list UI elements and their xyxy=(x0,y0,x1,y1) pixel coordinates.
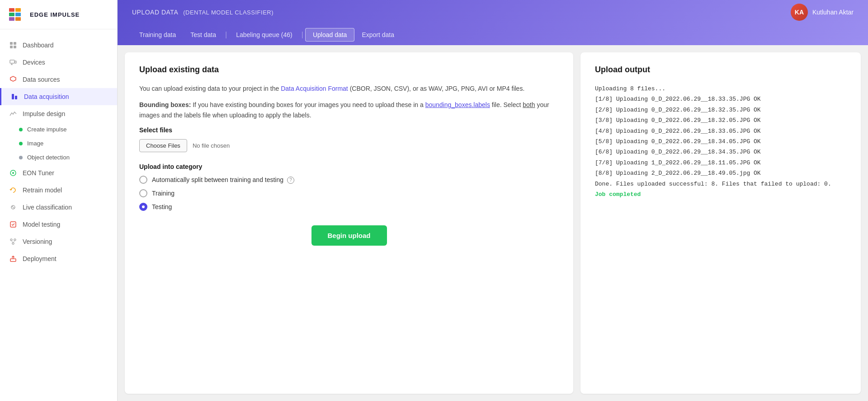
sidebar-item-data-acquisition[interactable]: Data acquisition xyxy=(0,88,117,105)
radio-circle-training xyxy=(139,189,147,197)
radio-label-training: Training xyxy=(152,190,175,197)
sidebar-item-create-impulse[interactable]: Create impulse xyxy=(0,122,117,136)
svg-rect-6 xyxy=(10,42,13,45)
svg-rect-10 xyxy=(10,60,14,63)
sidebar-item-label: Retrain model xyxy=(23,187,62,194)
output-log: Uploading 8 files...[1/8] Uploading 0_D_… xyxy=(595,84,846,200)
file-select-row: Choose Files No file chosen xyxy=(139,139,559,152)
sidebar-item-model-testing[interactable]: Model testing xyxy=(0,216,117,233)
sidebar-sub-label: Object detection xyxy=(27,154,70,161)
sidebar-item-eon-tuner[interactable]: EON Tuner xyxy=(0,164,117,182)
select-files-label: Select files xyxy=(139,126,559,134)
eon-tuner-icon xyxy=(9,169,17,177)
sidebar-item-live-classification[interactable]: Live classification xyxy=(0,199,117,216)
sidebar-item-label: Dashboard xyxy=(23,42,54,49)
svg-rect-15 xyxy=(15,96,17,99)
radio-auto-split[interactable]: Automatically split between training and… xyxy=(139,176,559,184)
radio-training[interactable]: Training xyxy=(139,189,559,197)
sidebar-item-label: Live classification xyxy=(23,204,72,211)
data-acquisition-icon xyxy=(10,93,19,101)
sidebar-item-label: Deployment xyxy=(23,255,57,262)
both-text: both xyxy=(523,101,535,108)
retrain-icon xyxy=(9,186,17,194)
sidebar-item-object-detection[interactable]: Object detection xyxy=(0,150,117,164)
live-class-icon xyxy=(9,203,17,211)
sidebar-item-versioning[interactable]: Versioning xyxy=(0,233,117,250)
upload-category-label: Upload into category xyxy=(139,163,559,170)
header-tabs: Training data Test data | Labeling queue… xyxy=(132,28,854,42)
output-panel: Upload output Uploading 8 files...[1/8] … xyxy=(580,52,861,394)
model-test-icon xyxy=(9,220,17,228)
svg-point-21 xyxy=(14,239,16,241)
sidebar-item-label: Model testing xyxy=(23,221,60,228)
page-title: UPLOAD DATA (DENTAL MODEL CLASSIFIER) xyxy=(132,8,274,16)
upload-category-section: Upload into category Automatically split… xyxy=(139,163,559,211)
svg-rect-4 xyxy=(9,17,14,21)
sidebar-item-label: Devices xyxy=(23,59,45,66)
svg-rect-11 xyxy=(15,61,16,63)
radio-testing[interactable]: Testing xyxy=(139,203,559,211)
sidebar-item-label: EON Tuner xyxy=(23,169,54,177)
begin-upload-button[interactable]: Begin upload xyxy=(311,225,387,246)
svg-rect-25 xyxy=(10,259,16,261)
upload-panel-title: Upload existing data xyxy=(139,65,559,75)
tab-export-data[interactable]: Export data xyxy=(354,28,401,41)
upload-panel: Upload existing data You can upload exis… xyxy=(125,52,573,394)
tab-test-data[interactable]: Test data xyxy=(183,28,223,41)
sidebar-item-label: Impulse design xyxy=(23,110,65,117)
sidebar-item-label: Data sources xyxy=(23,76,60,83)
svg-rect-8 xyxy=(10,46,13,48)
dashboard-icon xyxy=(9,41,17,49)
sidebar-sub-label: Create impulse xyxy=(27,126,66,133)
svg-rect-2 xyxy=(9,13,14,16)
bounding-boxes-label: Bounding boxes: xyxy=(139,101,191,108)
tab-separator-2: | xyxy=(302,31,303,39)
bounding-boxes-link[interactable]: bounding_boxes.labels xyxy=(425,101,490,108)
tab-training-data[interactable]: Training data xyxy=(132,28,183,41)
radio-circle-auto xyxy=(139,176,147,184)
svg-rect-1 xyxy=(15,8,21,12)
versioning-icon xyxy=(9,238,17,246)
radio-circle-testing xyxy=(139,203,147,211)
status-dot-green xyxy=(19,128,23,131)
output-panel-title: Upload output xyxy=(595,65,846,75)
sidebar-item-label: Data acquisition xyxy=(24,93,69,100)
edge-impulse-logo-icon xyxy=(9,8,25,21)
sidebar-item-impulse-design[interactable]: Impulse design xyxy=(0,105,117,122)
upload-description-1: You can upload existing data to your pro… xyxy=(139,84,559,93)
svg-point-17 xyxy=(12,172,14,174)
sidebar-item-label: Versioning xyxy=(23,238,52,245)
svg-line-23 xyxy=(11,241,13,242)
svg-rect-5 xyxy=(15,17,21,21)
sidebar-item-image[interactable]: Image xyxy=(0,136,117,150)
logo-text: EDGE IMPULSE xyxy=(30,11,80,18)
data-sources-icon xyxy=(9,75,17,84)
sidebar-item-retrain-model[interactable]: Retrain model xyxy=(0,182,117,199)
svg-point-22 xyxy=(12,242,14,244)
sidebar: EDGE IMPULSE Dashboard Devices Data sour… xyxy=(0,0,118,401)
user-info: KA Kutluhan Aktar xyxy=(791,4,854,21)
svg-rect-7 xyxy=(14,42,16,45)
sidebar-sub-label: Image xyxy=(27,140,43,147)
content-area: Upload existing data You can upload exis… xyxy=(118,45,868,401)
tab-upload-data[interactable]: Upload data xyxy=(305,28,355,42)
logo-area: EDGE IMPULSE xyxy=(0,0,117,29)
help-icon: ? xyxy=(287,177,294,184)
radio-label-testing: Testing xyxy=(152,203,172,210)
main-content: UPLOAD DATA (DENTAL MODEL CLASSIFIER) KA… xyxy=(118,0,868,401)
status-dot-green xyxy=(19,142,23,145)
impulse-design-icon xyxy=(9,110,17,118)
tab-separator: | xyxy=(225,31,227,39)
sidebar-item-data-sources[interactable]: Data sources xyxy=(0,71,117,88)
data-acquisition-format-link[interactable]: Data Acquisition Format xyxy=(281,85,348,92)
sidebar-item-devices[interactable]: Devices xyxy=(0,54,117,71)
choose-files-button[interactable]: Choose Files xyxy=(139,139,187,152)
no-file-chosen-text: No file chosen xyxy=(193,142,230,149)
sidebar-item-dashboard[interactable]: Dashboard xyxy=(0,37,117,54)
tab-labeling-queue[interactable]: Labeling queue (46) xyxy=(229,28,300,41)
status-dot-gray xyxy=(19,156,23,159)
svg-line-24 xyxy=(13,241,15,242)
user-name: Kutluhan Aktar xyxy=(812,9,854,16)
sidebar-item-deployment[interactable]: Deployment xyxy=(0,250,117,267)
sidebar-navigation: Dashboard Devices Data sources Data acqu… xyxy=(0,29,117,401)
